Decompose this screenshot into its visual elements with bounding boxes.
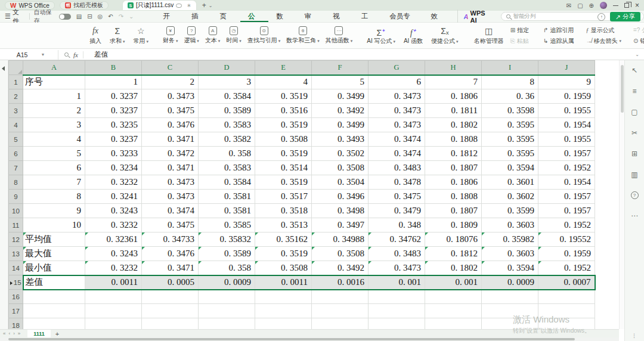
more-dropdown-icon[interactable]: ⌄	[129, 13, 134, 20]
cell-C5[interactable]: 0. 3471	[142, 132, 199, 147]
cell-C1[interactable]: 2	[142, 75, 199, 89]
cell-G8[interactable]: 0. 3478	[369, 175, 425, 190]
cell-I6[interactable]: 0. 3595	[482, 147, 538, 161]
tab-list-chevron-icon[interactable]: ⌄	[209, 3, 213, 8]
cell-C11[interactable]: 0. 3475	[142, 218, 199, 232]
cell-J12[interactable]: 0. 19552	[538, 232, 595, 247]
cell-D15[interactable]: 0. 0009	[199, 275, 255, 290]
cell-H10[interactable]: 0. 1807	[425, 204, 482, 218]
cell-A9[interactable]: 8	[23, 190, 85, 204]
cell-A1[interactable]: 序号	[23, 75, 85, 89]
column-header-E[interactable]: E	[255, 61, 312, 75]
cell-A17[interactable]	[23, 304, 85, 318]
cell-I9[interactable]: 0. 3602	[482, 190, 538, 204]
globe-icon[interactable]: ⊕	[589, 2, 594, 9]
sheet-nav-icon-2[interactable]: ›	[13, 331, 15, 336]
cell-H15[interactable]: 0. 001	[425, 275, 482, 290]
cell-F12[interactable]: 0. 34988	[312, 232, 369, 247]
cell-D16[interactable]	[199, 290, 255, 304]
cell-A8[interactable]: 7	[23, 175, 85, 190]
user-avatar[interactable]	[600, 2, 607, 9]
cell-A12[interactable]: 平均值	[23, 232, 85, 247]
cell-I4[interactable]: 0. 3595	[482, 118, 538, 132]
cell-G5[interactable]: 0. 3474	[369, 132, 425, 147]
cell-C10[interactable]: 0. 3474	[142, 204, 199, 218]
cell-B17[interactable]	[85, 304, 142, 318]
cell-J5[interactable]: 0. 1955	[538, 132, 595, 147]
sheet-nav-icon-3[interactable]: »	[18, 331, 20, 336]
fn-category-文本[interactable]: A文本	[202, 23, 223, 48]
cell-I7[interactable]: 0. 3594	[482, 161, 538, 175]
column-header-D[interactable]: D	[199, 61, 255, 75]
cell-F4[interactable]: 0. 3499	[312, 118, 369, 132]
fn-category-数学和三角[interactable]: θ数学和三角	[283, 23, 322, 48]
read-mode-icon[interactable]: ▥	[631, 170, 637, 179]
feedback-icon[interactable]: ✉	[566, 2, 571, 9]
cell-E4[interactable]: 0. 3519	[255, 118, 312, 132]
cell-E12[interactable]: 0. 35162	[255, 232, 312, 247]
cell-C15[interactable]: 0. 0005	[142, 275, 199, 290]
vertical-scrollbar[interactable]	[619, 60, 624, 329]
column-header-H[interactable]: H	[425, 61, 482, 75]
horizontal-scrollbar[interactable]	[0, 337, 619, 341]
cell-D12[interactable]: 0. 35832	[199, 232, 255, 247]
cell-H9[interactable]: 0. 1808	[425, 190, 482, 204]
cell-A6[interactable]: 5	[23, 147, 85, 161]
row-header-6[interactable]: 6	[9, 147, 23, 161]
cell-E3[interactable]: 0. 3516	[255, 104, 312, 118]
cell-J9[interactable]: 0. 1957	[538, 190, 595, 204]
cell-C12[interactable]: 0. 34733	[142, 232, 199, 247]
scissors-icon[interactable]: ✂	[631, 129, 637, 137]
cell-E2[interactable]: 0. 3519	[255, 89, 312, 104]
remove-arrows-button[interactable]: ↛ 移去箭头	[586, 37, 621, 45]
row-header-4[interactable]: 4	[9, 118, 23, 132]
menu-tab-效率[interactable]: 效率	[423, 11, 451, 22]
cell-A5[interactable]: 4	[23, 132, 85, 147]
zoom-formula-icon[interactable]	[64, 52, 69, 57]
cell-D14[interactable]: 0. 358	[199, 261, 255, 275]
calculator-icon[interactable]: ⊞	[631, 150, 637, 158]
name-manager-button[interactable]: ◫ 名称管理器	[470, 23, 508, 48]
cell-J1[interactable]: 9	[538, 75, 595, 89]
cell-F11[interactable]: 0. 3497	[312, 218, 369, 232]
cell-H17[interactable]	[425, 304, 482, 318]
cell-A16[interactable]	[23, 290, 85, 304]
cell-I3[interactable]: 0. 3598	[482, 104, 538, 118]
vertical-scroll-thumb[interactable]	[621, 65, 624, 113]
cell-E8[interactable]: 0. 3519	[255, 175, 312, 190]
cell-E17[interactable]	[255, 304, 312, 318]
row-header-9[interactable]: 9	[9, 190, 23, 204]
cell-B8[interactable]: 0. 3232	[85, 175, 142, 190]
column-header-B[interactable]: B	[85, 61, 142, 75]
cell-C8[interactable]: 0. 3473	[142, 175, 199, 190]
cell-C14[interactable]: 0. 3471	[142, 261, 199, 275]
cell-E7[interactable]: 0. 3514	[255, 161, 312, 175]
cell-B9[interactable]: 0. 3241	[85, 190, 142, 204]
column-header-C[interactable]: C	[142, 61, 199, 75]
cell-I1[interactable]: 8	[482, 75, 538, 89]
cell-G1[interactable]: 6	[369, 75, 425, 89]
select-all-corner[interactable]	[9, 61, 23, 75]
cell-B15[interactable]: 0. 0011	[85, 275, 142, 290]
cell-B13[interactable]: 0. 3243	[85, 247, 142, 261]
cell-E9[interactable]: 0. 3517	[255, 190, 312, 204]
cell-H12[interactable]: 0. 18076	[425, 232, 482, 247]
cell-H6[interactable]: 0. 1812	[425, 147, 482, 161]
cell-J16[interactable]	[538, 290, 595, 304]
column-header-F[interactable]: F	[312, 61, 369, 75]
show-formulas-button[interactable]: ƒ 显示公式	[586, 26, 621, 35]
ai-write-formula-button[interactable]: Σ✦ AI 写公式	[363, 23, 400, 48]
more-tools-icon[interactable]: ⋯	[631, 212, 638, 220]
row-header-13[interactable]: 13	[9, 247, 23, 261]
row-header-14[interactable]: 14	[9, 261, 23, 275]
row-header-2[interactable]: 2	[9, 89, 23, 104]
cell-G6[interactable]: 0. 3474	[369, 147, 425, 161]
trace-precedents-button[interactable]: ↱ 追踪引用	[543, 26, 574, 35]
cell-E14[interactable]: 0. 3508	[255, 261, 312, 275]
cell-D2[interactable]: 0. 3584	[199, 89, 255, 104]
cell-H2[interactable]: 0. 1806	[425, 89, 482, 104]
insert-function-icon[interactable]: fx	[73, 51, 78, 58]
cell-D1[interactable]: 3	[199, 75, 255, 89]
cell-G13[interactable]: 0. 3483	[369, 247, 425, 261]
fn-category-查找与引用[interactable]: ⊙查找与引用	[244, 23, 283, 48]
